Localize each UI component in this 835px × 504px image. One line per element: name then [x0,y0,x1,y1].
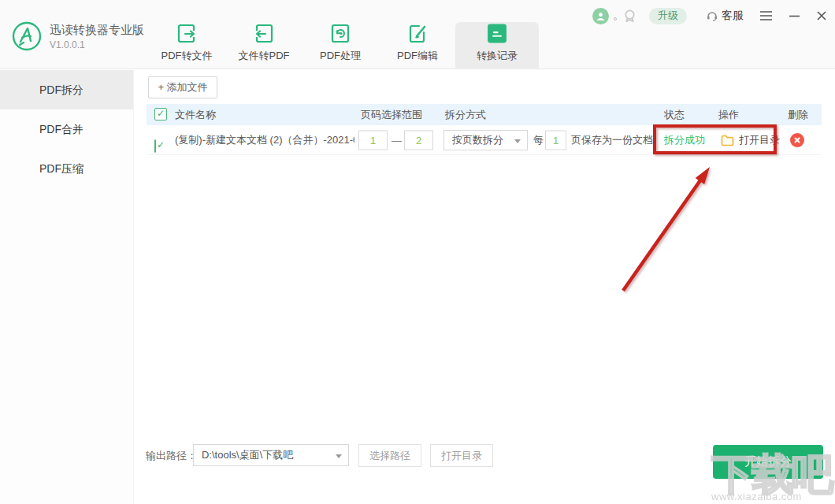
sidebar-item-pdf-merge[interactable]: PDF合并 [0,109,133,149]
output-path-value: D:\tools\桌面\下载吧 [202,448,293,462]
tab-label: 转换记录 [477,49,518,63]
tab-label: PDF处理 [320,49,361,63]
history-icon [484,22,510,45]
close-icon [816,10,827,21]
column-header-action: 操作 [718,108,739,122]
per-suffix-label: 页保存为一份文档 [571,133,653,147]
split-method-dropdown[interactable]: 按页数拆分 [443,130,528,150]
output-path-label: 输出路径： [146,449,197,463]
vip-badge-icon [622,9,637,24]
app-logo: 迅读转换器专业版 V1.0.0.1 [10,20,144,53]
status-badge: 拆分成功 [664,133,705,147]
page-to-input[interactable] [404,131,433,150]
row-checkbox[interactable] [154,139,156,153]
table-row: (复制)-新建文本文档 (2)（合并）-2021-0... — 按页数拆分 每 … [147,126,822,155]
user-avatar[interactable] [592,8,609,24]
tab-file-to-pdf[interactable]: 文件转PDF [222,22,306,69]
tab-history[interactable]: 转换记录 [455,22,539,69]
output-path-dropdown[interactable]: D:\tools\桌面\下载吧 [193,444,349,466]
delete-row-button[interactable] [790,133,804,147]
doc-edit-icon [406,23,429,45]
caret-down-icon [336,454,342,458]
add-file-button[interactable]: + 添加文件 [148,76,217,98]
minimize-icon [789,10,800,21]
choose-path-button[interactable]: 选择路径 [358,444,421,467]
sidebar-item-pdf-compress[interactable]: PDF压缩 [0,149,133,188]
user-icon [596,11,606,21]
app-version: V1.0.0.1 [50,39,144,50]
column-header-file-name: 文件名称 [175,108,216,122]
open-directory-link[interactable]: 打开目录 [721,133,780,147]
page-from-input[interactable] [358,131,388,150]
close-button[interactable] [816,10,827,21]
column-header-page-range: 页码选择范围 [361,108,422,122]
open-directory-button[interactable]: 打开目录 [430,444,493,467]
column-header-status: 状态 [664,108,685,122]
column-header-delete: 删除 [788,108,808,122]
column-header-split-method: 拆分方式 [445,108,486,122]
open-directory-label: 打开目录 [739,133,780,147]
sidebar: PDF拆分 PDF合并 PDF压缩 [0,70,134,504]
upgrade-button[interactable]: 升级 [649,8,687,24]
select-all-checkbox[interactable] [154,108,167,120]
pages-per-doc-input[interactable] [545,131,566,150]
titlebar: 迅读转换器专业版 V1.0.0.1 PDF转文件 文件转PDF [0,0,835,69]
minimize-button[interactable] [789,10,800,21]
caret-down-icon [514,139,521,143]
menu-button[interactable] [759,10,773,21]
file-name: (复制)-新建文本文档 (2)（合并）-2021-0... [175,133,354,147]
tab-label: PDF转文件 [161,49,213,63]
tab-pdf-edit[interactable]: PDF编辑 [376,22,459,69]
app-window: 迅读转换器专业版 V1.0.0.1 PDF转文件 文件转PDF [0,0,835,504]
app-logo-icon [10,20,43,53]
table-header: 文件名称 页码选择范围 拆分方式 状态 操作 删除 [147,104,822,125]
dot-separator [614,17,617,20]
app-title: 迅读转换器专业版 [50,23,144,38]
main-panel: + 添加文件 文件名称 页码选择范围 拆分方式 状态 操作 删除 (复制)-新建… [135,70,835,504]
per-prefix-label: 每 [533,133,544,147]
customer-service-label: 客服 [722,9,744,23]
doc-arrow-right-icon [176,23,198,45]
range-separator: — [392,135,402,146]
tab-pdf-to-file[interactable]: PDF转文件 [145,22,228,69]
doc-process-icon [329,23,351,45]
customer-service-button[interactable]: 客服 [706,9,744,23]
folder-icon [721,135,734,146]
hamburger-icon [759,10,773,21]
start-split-button[interactable]: 开始拆分 [713,445,823,479]
tab-label: PDF编辑 [397,49,438,63]
tab-pdf-process[interactable]: PDF处理 [299,22,382,69]
split-method-value: 按页数拆分 [452,133,503,147]
sidebar-item-pdf-split[interactable]: PDF拆分 [0,70,133,109]
headset-icon [706,9,718,22]
tab-label: 文件转PDF [239,49,290,63]
doc-arrow-left-icon [253,23,275,45]
